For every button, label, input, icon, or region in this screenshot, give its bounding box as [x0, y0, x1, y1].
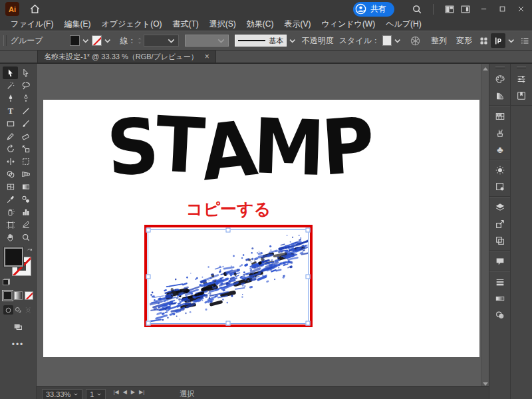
panel-dock-icon[interactable] — [491, 33, 505, 48]
vertical-scrollbar[interactable] — [481, 64, 489, 389]
document-tab[interactable]: 名称未設定-1* @ 33.33 %（RGB/プレビュー） × — [37, 51, 216, 63]
chevron-down-icon[interactable] — [393, 36, 402, 46]
brushes-panel-icon[interactable] — [491, 124, 509, 141]
selection-handle[interactable] — [146, 321, 151, 326]
gradient-button[interactable] — [14, 291, 23, 300]
rectangle-tool[interactable] — [3, 117, 18, 130]
menu-item-window[interactable]: ウィンドウ(W) — [316, 18, 380, 31]
home-icon[interactable] — [27, 2, 42, 17]
type-tool[interactable] — [3, 104, 18, 117]
default-fill-stroke-icon[interactable] — [3, 279, 10, 285]
artboard[interactable]: STAMP コピーする — [43, 100, 479, 357]
scale-tool[interactable] — [18, 142, 33, 155]
paintbrush-tool[interactable] — [18, 117, 33, 130]
last-artboard-icon[interactable]: ▶| — [139, 389, 144, 395]
search-icon[interactable] — [409, 3, 425, 16]
selection-handle[interactable] — [146, 228, 151, 233]
eyedropper-tool[interactable] — [3, 193, 18, 205]
menu-item-file[interactable]: ファイル(F) — [5, 18, 59, 31]
magic-wand-tool[interactable] — [3, 79, 18, 92]
blend-tool[interactable] — [18, 193, 33, 205]
chevron-down-icon[interactable] — [288, 36, 297, 46]
workspace-icon[interactable] — [442, 3, 458, 16]
zoom-tool[interactable] — [18, 231, 33, 243]
zoom-level-select[interactable]: 33.33% — [42, 389, 82, 399]
maximize-button[interactable] — [493, 3, 511, 16]
previous-artboard-icon[interactable]: ◀ — [123, 389, 127, 395]
color-button[interactable] — [3, 291, 12, 300]
chevron-down-icon[interactable] — [81, 36, 90, 46]
stroke-color-swatch[interactable] — [92, 35, 102, 46]
scroll-up-icon[interactable] — [483, 67, 488, 70]
menu-item-type[interactable]: 書式(T) — [167, 18, 203, 31]
transparency-panel-icon[interactable] — [491, 307, 509, 323]
options-grid-icon[interactable] — [477, 33, 491, 48]
selection-handle[interactable] — [226, 228, 231, 233]
properties-panel-icon[interactable] — [513, 70, 530, 87]
color-guide-panel-icon[interactable] — [491, 87, 509, 104]
menu-item-edit[interactable]: 編集(E) — [59, 18, 96, 31]
stroke-panel-icon[interactable] — [491, 273, 509, 290]
graphic-styles-panel-icon[interactable] — [491, 178, 509, 195]
canvas-area[interactable]: STAMP コピーする 33.33% 1 |◀ ◀ ▶ ▶ — [37, 64, 489, 399]
menu-item-help[interactable]: ヘルプ(H) — [380, 18, 427, 31]
swap-fill-stroke-icon[interactable] — [26, 247, 33, 255]
asset-export-panel-icon[interactable] — [491, 215, 509, 232]
eraser-tool[interactable] — [18, 130, 33, 142]
layers-panel-icon[interactable] — [491, 199, 509, 215]
shaper-tool[interactable] — [3, 130, 18, 142]
draw-behind-button[interactable] — [13, 305, 23, 315]
selection-handle[interactable] — [306, 275, 311, 279]
panel-grip[interactable] — [3, 35, 7, 46]
stroke-weight-label[interactable]: 線： — [120, 35, 136, 47]
column-graph-tool[interactable] — [18, 205, 33, 218]
menu-item-effect[interactable]: 効果(C) — [241, 18, 279, 31]
share-button[interactable]: 共有 — [353, 2, 394, 17]
color-panel-icon[interactable] — [491, 70, 509, 87]
stamp-texture-object[interactable] — [150, 231, 308, 323]
panel-grip[interactable] — [517, 66, 526, 69]
first-artboard-icon[interactable]: |◀ — [113, 389, 118, 395]
selection-bounding-box[interactable] — [148, 229, 309, 324]
stroke-weight-select[interactable] — [144, 35, 178, 47]
width-tool[interactable] — [3, 155, 18, 168]
selection-handle[interactable] — [306, 321, 311, 326]
control-menu-icon[interactable] — [517, 33, 532, 48]
fill-swatch[interactable] — [4, 247, 23, 267]
mesh-tool[interactable] — [3, 180, 18, 193]
artboards-panel-icon[interactable] — [491, 232, 509, 249]
shape-builder-tool[interactable] — [3, 168, 18, 180]
align-button[interactable]: 整列 — [431, 35, 447, 47]
stroke-weight-stepper[interactable] — [137, 37, 142, 45]
rotate-tool[interactable] — [3, 142, 18, 155]
graphic-style-swatch[interactable] — [382, 35, 392, 46]
selection-tool[interactable] — [3, 66, 18, 79]
scroll-down-icon[interactable] — [483, 382, 488, 386]
panel-grip[interactable] — [495, 66, 505, 69]
direct-selection-tool[interactable] — [18, 66, 33, 79]
slice-tool[interactable] — [18, 218, 33, 231]
fill-color-swatch[interactable] — [70, 35, 80, 46]
selection-handle[interactable] — [306, 228, 311, 233]
close-button[interactable] — [512, 3, 529, 16]
free-transform-tool[interactable] — [18, 155, 33, 168]
change-screen-mode-icon[interactable] — [13, 321, 23, 332]
arrange-documents-icon[interactable] — [458, 3, 473, 16]
comments-panel-icon[interactable] — [491, 253, 509, 269]
lasso-tool[interactable] — [18, 79, 33, 92]
brush-definition-select[interactable]: 基本 — [235, 35, 287, 47]
none-button[interactable] — [25, 291, 33, 300]
artboard-navigation-select[interactable]: 1 — [86, 389, 106, 399]
pen-tool[interactable] — [3, 92, 18, 104]
tab-close-icon[interactable]: × — [205, 53, 209, 61]
appearance-panel-icon[interactable] — [491, 162, 509, 178]
selection-handle[interactable] — [226, 321, 231, 326]
next-artboard-icon[interactable]: ▶ — [131, 389, 135, 395]
line-segment-tool[interactable] — [18, 104, 33, 117]
minimize-button[interactable] — [475, 3, 492, 16]
artboard-tool[interactable] — [3, 218, 18, 231]
perspective-grid-tool[interactable] — [18, 168, 33, 180]
gradient-panel-icon[interactable] — [491, 290, 509, 307]
transform-button[interactable]: 変形 — [456, 35, 472, 47]
swatches-panel-icon[interactable] — [491, 108, 509, 124]
